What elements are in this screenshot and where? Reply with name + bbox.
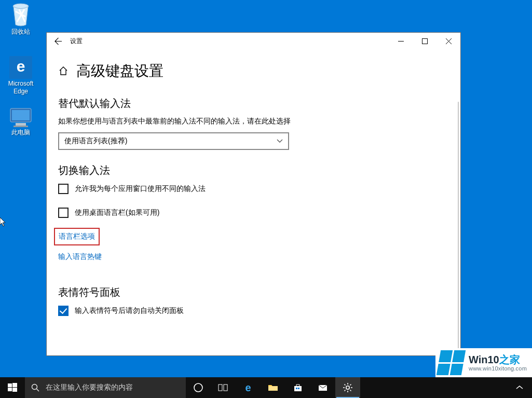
cortana-icon	[193, 382, 204, 393]
close-icon	[446, 38, 452, 44]
cursor-icon	[0, 217, 6, 227]
section-heading: 切换输入法	[58, 163, 449, 177]
taskbar-cortana[interactable]	[186, 377, 211, 398]
checkbox-per-app-ime[interactable]: 允许我为每个应用窗口使用不同的输入法	[58, 184, 449, 194]
taskbar-search[interactable]: 在这里输入你要搜索的内容	[25, 377, 186, 398]
svg-rect-2	[12, 110, 30, 120]
taskbar-edge[interactable]: e	[236, 377, 261, 398]
gear-icon	[342, 382, 353, 393]
minimize-icon	[398, 38, 404, 44]
edge-icon: e	[9, 56, 32, 79]
link-input-language-hotkeys[interactable]: 输入语言热键	[58, 252, 102, 262]
mail-icon	[317, 382, 329, 393]
svg-rect-6	[8, 383, 12, 387]
search-icon	[31, 383, 39, 392]
scrollbar[interactable]	[458, 102, 459, 355]
recycle-bin-icon	[10, 2, 32, 27]
section-description: 如果你想使用与语言列表中最靠前的输入法不同的输入法，请在此处选择	[58, 117, 449, 126]
svg-rect-16	[298, 388, 299, 389]
folder-icon	[267, 382, 279, 393]
desktop-icon-this-pc[interactable]: 此电脑	[1, 107, 41, 136]
pc-icon	[8, 107, 33, 128]
svg-point-18	[346, 386, 349, 389]
desktop: 回收站 e Microsoft Edge 此电脑 设置	[0, 0, 532, 398]
arrow-left-icon	[54, 37, 62, 45]
taskbar-mail[interactable]	[310, 377, 335, 398]
checkbox-icon	[58, 184, 69, 194]
desktop-icon-recycle-bin[interactable]: 回收站	[1, 2, 41, 36]
checkbox-label: 允许我为每个应用窗口使用不同的输入法	[75, 184, 206, 194]
svg-rect-5	[422, 39, 427, 44]
taskbar: 在这里输入你要搜索的内容 e	[0, 377, 532, 398]
start-button[interactable]	[0, 377, 25, 398]
default-ime-combobox[interactable]: 使用语言列表(推荐)	[58, 132, 289, 150]
svg-rect-9	[12, 388, 17, 392]
desktop-icon-label: 此电脑	[1, 129, 41, 136]
svg-point-11	[194, 383, 202, 392]
page-title: 高级键盘设置	[76, 61, 163, 81]
svg-rect-7	[12, 383, 17, 387]
section-heading: 替代默认输入法	[58, 97, 449, 111]
window-title: 设置	[70, 37, 83, 46]
taskbar-task-view[interactable]	[211, 377, 236, 398]
checkbox-label: 输入表情符号后请勿自动关闭面板	[75, 306, 184, 315]
section-heading: 表情符号面板	[58, 285, 449, 299]
watermark-brand: Win10之家	[469, 354, 527, 365]
maximize-button[interactable]	[413, 33, 436, 50]
section-override-default-ime: 替代默认输入法 如果你想使用与语言列表中最靠前的输入法不同的输入法，请在此处选择…	[58, 97, 449, 150]
svg-rect-12	[219, 385, 222, 391]
maximize-icon	[422, 38, 428, 44]
svg-rect-8	[8, 388, 12, 391]
windows-start-icon	[8, 383, 17, 392]
desktop-icon-label: 回收站	[1, 28, 41, 36]
taskbar-settings[interactable]	[335, 377, 360, 398]
combobox-value: 使用语言列表(推荐)	[64, 136, 127, 146]
svg-rect-13	[224, 385, 227, 391]
tray-overflow[interactable]	[507, 382, 532, 393]
home-icon[interactable]	[58, 66, 69, 76]
checkbox-icon	[58, 208, 69, 218]
section-switch-ime: 切换输入法 允许我为每个应用窗口使用不同的输入法 使用桌面语言栏(如果可用) 语…	[58, 163, 449, 272]
svg-rect-4	[13, 126, 28, 127]
link-language-bar-options[interactable]: 语言栏选项	[58, 232, 96, 241]
checkbox-icon	[58, 306, 69, 316]
watermark: Win10之家 www.win10xitong.com	[435, 348, 532, 377]
store-icon	[292, 382, 304, 393]
svg-rect-15	[296, 388, 297, 389]
checkbox-desktop-language-bar[interactable]: 使用桌面语言栏(如果可用)	[58, 208, 449, 218]
svg-rect-14	[268, 386, 278, 391]
settings-window: 设置 高级键盘设置 替代默认输入法	[46, 32, 461, 356]
task-view-icon	[217, 382, 229, 393]
section-emoji-panel: 表情符号面板 输入表情符号后请勿自动关闭面板	[58, 285, 449, 316]
checkbox-label: 使用桌面语言栏(如果可用)	[75, 208, 159, 217]
watermark-url: www.win10xitong.com	[469, 365, 527, 372]
svg-rect-3	[16, 123, 26, 126]
svg-point-10	[32, 385, 37, 390]
windows-logo-icon	[436, 350, 466, 375]
titlebar: 设置	[47, 33, 460, 50]
chevron-down-icon	[277, 139, 283, 143]
desktop-icon-edge[interactable]: e Microsoft Edge	[1, 56, 41, 95]
minimize-button[interactable]	[389, 33, 413, 50]
taskbar-file-explorer[interactable]	[261, 377, 285, 398]
back-button[interactable]	[47, 33, 70, 50]
edge-icon: e	[242, 382, 254, 393]
close-button[interactable]	[436, 33, 460, 50]
checkbox-emoji-panel-noclose[interactable]: 输入表情符号后请勿自动关闭面板	[58, 306, 449, 316]
settings-content: 高级键盘设置 替代默认输入法 如果你想使用与语言列表中最靠前的输入法不同的输入法…	[47, 50, 460, 355]
desktop-icon-label: Microsoft Edge	[1, 80, 41, 95]
taskbar-store[interactable]	[285, 377, 310, 398]
search-placeholder: 在这里输入你要搜索的内容	[46, 383, 133, 392]
chevron-up-icon	[514, 382, 525, 393]
